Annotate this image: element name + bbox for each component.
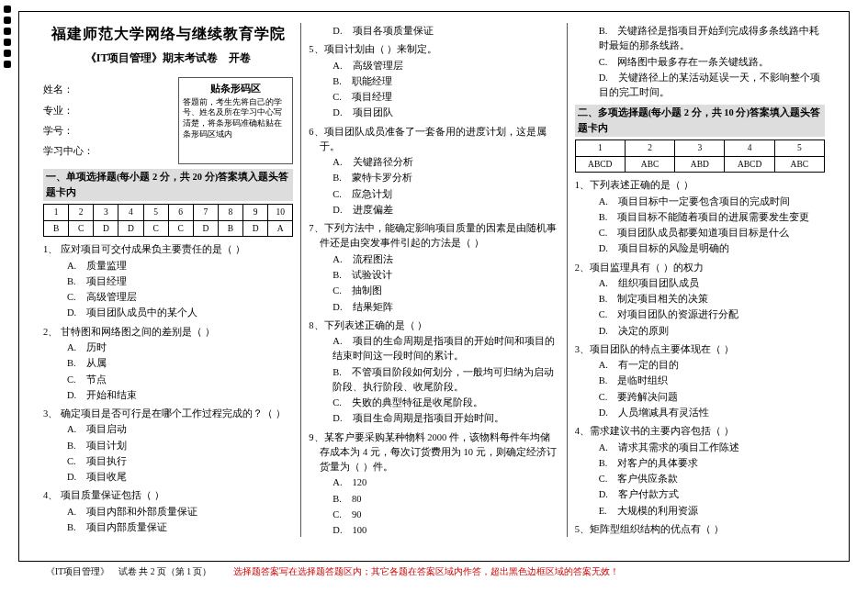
q6: 6、项目团队成员准备了一套备用的进度计划，这是属于。 <box>320 125 558 155</box>
page-footer: 《IT项目管理》 试卷 共 2 页（第 1 页） 选择题答案写在选择题答题区内；… <box>18 565 850 579</box>
title-main: 福建师范大学网络与继续教育学院 <box>43 23 293 46</box>
q9-d: D. 100 <box>333 523 558 537</box>
m3-b: B. 是临时组织 <box>599 374 825 388</box>
q4-c: C. 项目外部质量保证 <box>67 536 293 537</box>
q3-c: C. 项目执行 <box>67 454 293 469</box>
name-field: 姓名： <box>43 83 178 97</box>
m3-a: A. 有一定的目的 <box>599 358 825 373</box>
title-sub: 《IT项目管理》期末考试卷 开卷 <box>43 50 293 67</box>
m1-b: B. 项目目标不能随着项目的进展需要发生变更 <box>599 210 825 225</box>
q4-a: A. 项目内部和外部质量保证 <box>67 505 293 519</box>
m3-d: D. 人员增减具有灵活性 <box>599 406 825 420</box>
q9-c: C. 90 <box>333 508 558 522</box>
q8-b: B. 不管项目阶段如何划分，一般均可归纳为启动阶段、执行阶段、收尾阶段。 <box>333 365 558 396</box>
q9-a: A. 120 <box>333 475 558 490</box>
q6-d: D. 进度偏差 <box>333 203 558 218</box>
column-1: 福建师范大学网络与继续教育学院 《IT项目管理》期末考试卷 开卷 姓名： 专业：… <box>36 23 300 537</box>
q10-b: B. 关键路径是指项目开始到完成得多条线路中耗时最短的那条线路。 <box>599 24 825 54</box>
q8-d: D. 项目生命周期是指项目开始时间。 <box>333 411 558 426</box>
m4-c: C. 客户供应条款 <box>599 472 825 486</box>
q1-d: D. 项目团队成员中的某个人 <box>67 306 293 320</box>
m5: 5、矩阵型组织结构的优点有（ ） <box>586 522 825 537</box>
q5-b: B. 职能经理 <box>333 74 558 89</box>
page-frame: 福建师范大学网络与继续教育学院 《IT项目管理》期末考试卷 开卷 姓名： 专业：… <box>18 11 850 562</box>
q8: 8、下列表述正确的是（ ） <box>320 318 558 333</box>
m1: 1、下列表述正确的是（ ） <box>586 178 825 193</box>
q3-a: A. 项目启动 <box>67 422 293 437</box>
m2-c: C. 对项目团队的资源进行分配 <box>599 307 825 322</box>
q1-c: C. 高级管理层 <box>67 290 293 305</box>
m1-d: D. 项目目标的风险是明确的 <box>599 241 825 256</box>
q6-c: C. 应急计划 <box>333 187 558 202</box>
binding-holes <box>4 0 11 68</box>
q6-a: A. 关键路径分析 <box>333 155 558 170</box>
q2-d: D. 开始和结束 <box>67 388 293 403</box>
barcode-box: 贴条形码区 答题前，考生先将自己的学号、姓名及所在学习中心写清楚，将条形码准确粘… <box>178 77 293 164</box>
q7: 7、下列方法中，能确定影响项目质量的因素是由随机事件还是由突发事件引起的方法是（… <box>320 221 558 251</box>
q7-b: B. 试验设计 <box>333 268 558 283</box>
q3-d: D. 项目收尾 <box>67 470 293 485</box>
center-field: 学习中心： <box>43 144 178 159</box>
q7-a: A. 流程图法 <box>333 252 558 267</box>
q4-b: B. 项目内部质量保证 <box>67 520 293 535</box>
part2-bar: 二、多项选择题(每小题 2 分，共 10 分)答案填入题头答题卡内 <box>575 105 825 137</box>
part1-answer-table: 123 456 789 10 BCD DCC DBD A <box>43 204 293 237</box>
m3: 3、项目团队的特点主要体现在（ ） <box>586 342 825 357</box>
m3-c: C. 要跨解决问题 <box>599 390 825 405</box>
column-3: B. 关键路径是指项目开始到完成得多条线路中耗时最短的那条线路。 C. 网络图中… <box>567 23 832 537</box>
m2: 2、项目监理具有（ ）的权力 <box>586 261 825 275</box>
m1-a: A. 项目目标中一定要包含项目的完成时间 <box>599 195 825 209</box>
q7-c: C. 抽制图 <box>333 284 558 298</box>
part2-answer-table: 12 34 5 ABCDABC ABDABCD ABC <box>575 140 825 173</box>
part1-bar: 一、单项选择题(每小题 2 分，共 20 分)答案填入题头答题卡内 <box>43 169 293 201</box>
q10-d: D. 关键路径上的某活动延误一天，不影响整个项目的完工时间。 <box>599 71 825 101</box>
q5-d: D. 项目团队 <box>333 106 558 120</box>
q9: 9、某客户要采购某种物料 2000 件，该物料每件年均储存成本为 4 元，每次订… <box>320 430 558 475</box>
q3-b: B. 项目计划 <box>67 439 293 453</box>
q9-b: B. 80 <box>333 492 558 507</box>
barcode-hint: 答题前，考生先将自己的学号、姓名及所在学习中心写清楚，将条形码准确粘贴在条形码区… <box>183 97 288 140</box>
q10-c: C. 网络图中最多存在一条关键线路。 <box>599 55 825 70</box>
q4-d: D. 项目各项质量保证 <box>333 24 558 39</box>
barcode-title: 贴条形码区 <box>183 82 288 95</box>
major-field: 专业： <box>43 104 178 118</box>
q5-c: C. 项目经理 <box>333 90 558 105</box>
q8-c: C. 失败的典型特征是收尾阶段。 <box>333 396 558 410</box>
q5-a: A. 高级管理层 <box>333 59 558 73</box>
m2-d: D. 决定的原则 <box>599 324 825 339</box>
q2: 2、 甘特图和网络图之间的差别是（ ） <box>54 325 293 340</box>
q6-b: B. 蒙特卡罗分析 <box>333 171 558 185</box>
sid-field: 学号： <box>43 124 178 139</box>
q7-d: D. 结果矩阵 <box>333 300 558 315</box>
q2-a: A. 历时 <box>67 340 293 355</box>
m4-e: E. 大规模的利用资源 <box>599 504 825 519</box>
student-info: 姓名： 专业： 学号： 学习中心： 贴条形码区 答题前，考生先将自己的学号、姓名… <box>43 77 293 164</box>
m4-b: B. 对客户的具体要求 <box>599 456 825 471</box>
m4: 4、需求建议书的主要内容包括（ ） <box>586 424 825 439</box>
column-2: D. 项目各项质量保证 5、项目计划由（ ）来制定。 A. 高级管理层 B. 职… <box>300 23 566 537</box>
q1-a: A. 质量监理 <box>67 259 293 274</box>
q8-a: A. 项目的生命周期是指项目的开始时间和项目的结束时间这一段时间的累计。 <box>333 334 558 364</box>
m4-a: A. 请求其需求的项目工作陈述 <box>599 441 825 455</box>
m1-c: C. 项目团队成员都要知道项目目标是什么 <box>599 226 825 240</box>
m2-b: B. 制定项目相关的决策 <box>599 292 825 307</box>
q1: 1、 应对项目可交付成果负主要责任的是（ ） <box>54 242 293 257</box>
q1-b: B. 项目经理 <box>67 274 293 289</box>
q3: 3、 确定项目是否可行是在哪个工作过程完成的？（ ） <box>54 407 293 421</box>
q2-b: B. 从属 <box>67 356 293 371</box>
q4: 4、 项目质量保证包括（ ） <box>54 488 293 503</box>
q5: 5、项目计划由（ ）来制定。 <box>320 42 558 57</box>
footer-left: 《IT项目管理》 试卷 共 2 页（第 1 页） <box>46 565 211 579</box>
m4-d: D. 客户付款方式 <box>599 487 825 502</box>
footer-right: 选择题答案写在选择题答题区内；其它各题在答案区域内作答，超出黑色边框区域的答案无… <box>233 565 619 579</box>
q2-c: C. 节点 <box>67 373 293 387</box>
m2-a: A. 组织项目团队成员 <box>599 276 825 291</box>
